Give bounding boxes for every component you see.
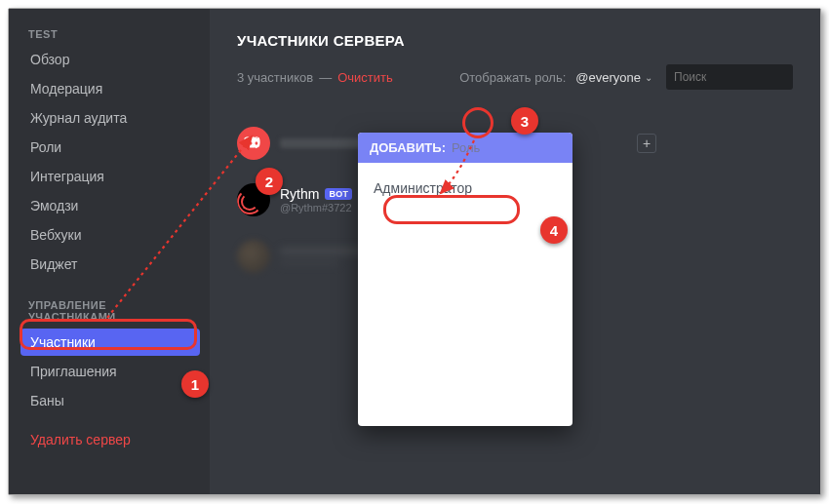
sidebar-item-overview[interactable]: Обзор [20, 46, 200, 73]
member-count: 3 участников [237, 70, 313, 85]
search-box[interactable] [666, 64, 793, 90]
bot-badge: BOT [325, 188, 352, 200]
avatar [237, 127, 270, 160]
app-frame: TEST Обзор Модерация Журнал аудита Роли … [8, 8, 821, 495]
member-name-label: Rythm [280, 186, 319, 202]
member-tag: @Rythm#3722 [280, 202, 352, 213]
search-input[interactable] [674, 70, 820, 84]
popover-header-label: ДОБАВИТЬ: [370, 140, 446, 155]
dash: — [319, 70, 332, 85]
role-filter-select[interactable]: @everyone ⌄ [575, 70, 652, 85]
filter-row: 3 участников — Очистить Отображать роль:… [237, 64, 793, 90]
sidebar-item-roles[interactable]: Роли [20, 134, 200, 161]
page-title: УЧАСТНИКИ СЕРВЕРА [237, 32, 793, 49]
sidebar-item-moderation[interactable]: Модерация [20, 75, 200, 102]
avatar [237, 183, 270, 216]
display-role-label: Отображать роль: [459, 70, 566, 85]
add-role-button[interactable]: + [637, 134, 656, 153]
member-name-wrap: Rythm BOT @Rythm#3722 [280, 186, 352, 213]
sidebar-item-bans[interactable]: Баны [20, 387, 200, 414]
sidebar-item-members[interactable]: Участники [20, 329, 200, 356]
sidebar-section-user-mgmt: УПРАВЛЕНИЕ УЧАСТНИКАМИ [20, 293, 200, 329]
sidebar-item-audit-log[interactable]: Журнал аудита [20, 104, 200, 132]
sidebar-item-webhooks[interactable]: Вебхуки [20, 221, 200, 249]
clear-filter-link[interactable]: Очистить [337, 70, 393, 85]
role-filter-value: @everyone [575, 70, 641, 85]
search-icon [820, 69, 821, 86]
settings-sidebar: TEST Обзор Модерация Журнал аудита Роли … [9, 9, 210, 494]
blurred-tag [280, 259, 338, 266]
popover-body: Администратор [358, 163, 572, 426]
sidebar-item-invites[interactable]: Приглашения [20, 358, 200, 385]
sidebar-item-widget[interactable]: Виджет [20, 251, 200, 278]
sidebar-delete-server[interactable]: Удалить сервер [20, 426, 200, 453]
chevron-down-icon: ⌄ [645, 72, 652, 83]
avatar [237, 240, 270, 273]
popover-role-input[interactable] [452, 140, 572, 155]
main-panel: УЧАСТНИКИ СЕРВЕРА 3 участников — Очистит… [210, 9, 820, 494]
sidebar-item-integrations[interactable]: Интеграция [20, 163, 200, 190]
popover-role-item[interactable]: Администратор [358, 173, 572, 204]
sidebar-item-emoji[interactable]: Эмодзи [20, 192, 200, 219]
add-role-popover: ДОБАВИТЬ: Администратор [358, 133, 572, 426]
popover-header: ДОБАВИТЬ: [358, 133, 572, 163]
sidebar-section-test: TEST [20, 22, 200, 46]
